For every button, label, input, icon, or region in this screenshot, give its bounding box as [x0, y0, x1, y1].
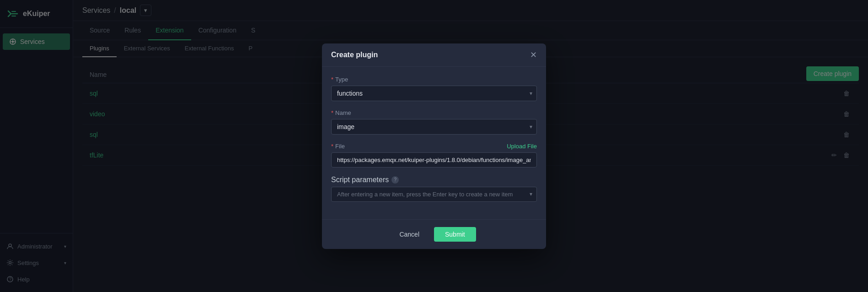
script-parameters-field: Script parameters ? After entering a new… [331, 176, 537, 202]
file-required-star: * [331, 143, 333, 150]
name-label: * Name [331, 109, 537, 116]
script-select-wrapper: After entering a new item, press the Ent… [331, 187, 537, 202]
script-parameters-select[interactable]: After entering a new item, press the Ent… [331, 187, 537, 202]
modal-body: * Type functionssourcesink ▾ * Name imag… [322, 67, 546, 219]
modal-close-button[interactable]: ✕ [530, 51, 537, 59]
file-label: * File [331, 143, 345, 150]
file-label-row: * File Upload File [331, 143, 537, 150]
script-label: Script parameters [331, 176, 389, 184]
name-field: * Name imagesqlvideotfLite ▾ [331, 109, 537, 135]
script-label-row: Script parameters ? [331, 176, 537, 184]
modal-header: Create plugin ✕ [322, 43, 546, 67]
type-field: * Type functionssourcesink ▾ [331, 76, 537, 101]
name-select[interactable]: imagesqlvideotfLite [331, 119, 537, 135]
type-label: * Type [331, 76, 537, 83]
type-required-star: * [331, 76, 333, 83]
name-select-wrapper: imagesqlvideotfLite ▾ [331, 119, 537, 135]
modal-overlay: Create plugin ✕ * Type functionssourcesi… [0, 0, 868, 292]
create-plugin-modal: Create plugin ✕ * Type functionssourcesi… [322, 43, 546, 249]
file-field: * File Upload File [331, 143, 537, 168]
cancel-button[interactable]: Cancel [392, 227, 427, 242]
modal-footer: Cancel Submit [322, 219, 546, 249]
file-input[interactable] [331, 152, 537, 168]
submit-button[interactable]: Submit [434, 227, 476, 242]
modal-title: Create plugin [331, 51, 378, 59]
type-select-wrapper: functionssourcesink ▾ [331, 86, 537, 101]
upload-file-link[interactable]: Upload File [507, 143, 537, 150]
name-required-star: * [331, 109, 333, 116]
script-help-icon[interactable]: ? [391, 176, 399, 184]
type-select[interactable]: functionssourcesink [331, 86, 537, 101]
